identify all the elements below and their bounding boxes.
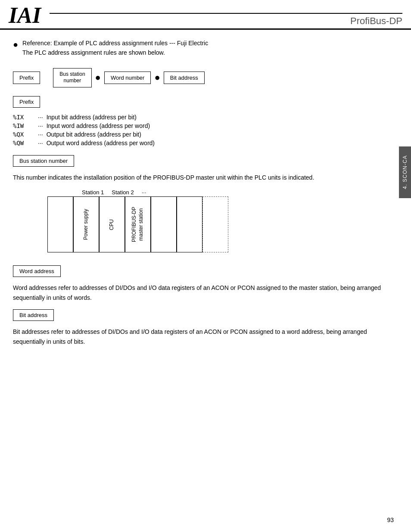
bus-station-title: Bus station number: [13, 155, 74, 167]
sd-cell-station2: [177, 196, 202, 252]
dot1: ●: [95, 73, 101, 82]
station-labels: Station 1 Station 2 ···: [82, 189, 398, 196]
bus-station-section: Bus station number This number indicates…: [13, 155, 398, 252]
prefix-desc-3: Output bit address (address per bit): [47, 131, 141, 138]
bit-address-box-diagram: Bit address: [164, 72, 205, 84]
word-address-body: Word addresses refer to addresses of DI/…: [13, 283, 398, 302]
sd-cell-dashed: [202, 196, 228, 252]
dot2: ●: [154, 73, 160, 82]
sd-cell-profibus: PROFIBUS-DPmaster station: [125, 196, 151, 252]
sd-cell-cpu: CPU: [99, 196, 125, 252]
sd-cell-cpu-text: CPU: [109, 219, 115, 230]
word-address-title: Word address: [13, 265, 61, 277]
main-content: ● Reference: Example of PLC address assi…: [0, 30, 411, 362]
prefix-code-3: %QX: [13, 131, 34, 138]
sd-cell-blank: [47, 196, 73, 252]
reference-block: ● Reference: Example of PLC address assi…: [13, 38, 398, 58]
sd-cell-profibus-text: PROFIBUS-DPmaster station: [131, 207, 144, 242]
sd-cell-station1: [151, 196, 177, 252]
reference-text: Reference: Example of PLC address assign…: [22, 38, 208, 58]
sd-cell-power-text: Power supply: [83, 209, 90, 240]
prefix-desc-1: Input bit address (address per bit): [47, 114, 137, 121]
prefix-items: %IX ··· Input bit address (address per b…: [13, 114, 398, 146]
prefix-code-2: %IW: [13, 122, 34, 129]
bullet-icon: ●: [13, 38, 18, 50]
header: IAI ProfiBus-DP: [0, 0, 411, 30]
station-row: Power supply CPU PROFIBUS-DPmaster stati…: [47, 196, 228, 252]
station-diagram: Power supply CPU PROFIBUS-DPmaster stati…: [47, 196, 398, 252]
prefix-row-3: %QX ··· Output bit address (address per …: [13, 131, 398, 138]
bus-station-body: This number indicates the installation p…: [13, 173, 398, 182]
prefix-dots-4: ···: [38, 140, 43, 146]
prefix-dots-1: ···: [38, 114, 43, 121]
station-label-2: Station 2: [112, 189, 134, 196]
address-diagram: Prefix Bus stationnumber ● Word number ●…: [13, 68, 398, 87]
bit-address-title: Bit address: [13, 309, 54, 321]
sidebar-tab: 4. SCON-CA: [399, 146, 411, 198]
header-top-line: [50, 13, 402, 14]
word-number-box-diagram: Word number: [104, 72, 151, 84]
header-title: ProfiBus-DP: [50, 16, 402, 28]
prefix-row-1: %IX ··· Input bit address (address per b…: [13, 114, 398, 121]
prefix-box-diagram: Prefix: [13, 72, 40, 84]
page-number: 93: [387, 516, 394, 523]
bit-address-body: Bit addresses refer to addresses of DI/D…: [13, 327, 398, 346]
prefix-section-title: Prefix: [13, 96, 40, 108]
bus-station-box-diagram: Bus stationnumber: [53, 68, 91, 87]
prefix-desc-4: Output word address (address per word): [47, 140, 155, 146]
prefix-desc-2: Input word address (address per word): [47, 122, 150, 129]
prefix-dots-3: ···: [38, 131, 43, 138]
sd-cell-power: Power supply: [73, 196, 99, 252]
word-address-section: Word address Word addresses refer to add…: [13, 265, 398, 302]
prefix-code-1: %IX: [13, 114, 34, 121]
prefix-row-4: %QW ··· Output word address (address per…: [13, 140, 398, 146]
station-label-dots: ···: [142, 189, 146, 196]
header-line: ProfiBus-DP: [50, 4, 402, 28]
bit-address-section: Bit address Bit addresses refer to addre…: [13, 309, 398, 346]
station-label-1: Station 1: [82, 189, 104, 196]
prefix-row-2: %IW ··· Input word address (address per …: [13, 122, 398, 129]
logo: IAI: [9, 4, 41, 28]
prefix-dots-2: ···: [38, 122, 43, 129]
prefix-code-4: %QW: [13, 140, 34, 146]
